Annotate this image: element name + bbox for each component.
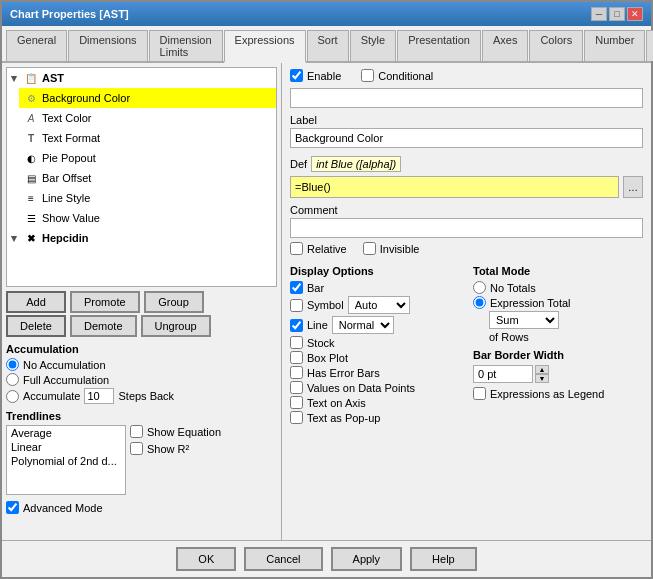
tab-colors[interactable]: Colors: [529, 30, 583, 61]
comment-box[interactable]: [290, 218, 643, 238]
tab-general[interactable]: General: [6, 30, 67, 61]
tree-item-text-color[interactable]: A Text Color: [19, 108, 276, 128]
tree-item-line-style[interactable]: ≡ Line Style: [19, 188, 276, 208]
values-on-data-points-checkbox[interactable]: [290, 381, 303, 394]
full-accumulation-radio[interactable]: [6, 373, 19, 386]
sum-row: Sum Average Count: [489, 311, 643, 329]
tree-item-label-line-style: Line Style: [42, 192, 90, 204]
stock-row: Stock: [290, 336, 465, 349]
expression-box[interactable]: =Blue(): [290, 176, 619, 198]
minimize-button[interactable]: ─: [591, 7, 607, 21]
tree-item-background-color[interactable]: ⚙ Background Color: [19, 88, 276, 108]
text-as-popup-checkbox[interactable]: [290, 411, 303, 424]
spin-up-button[interactable]: ▲: [535, 365, 549, 374]
promote-button[interactable]: Promote: [70, 291, 140, 313]
two-col-section: Display Options Bar Symbol Auto Circle S…: [290, 265, 643, 426]
relative-checkbox[interactable]: [290, 242, 303, 255]
trendlines-section: Trendlines Average Linear Polynomial of …: [6, 410, 277, 495]
show-equation-checkbox[interactable]: [130, 425, 143, 438]
expressions-as-legend-checkbox[interactable]: [473, 387, 486, 400]
sum-select[interactable]: Sum Average Count: [489, 311, 559, 329]
stock-label: Stock: [307, 337, 335, 349]
tab-axes[interactable]: Axes: [482, 30, 528, 61]
tree-item-hepcidin[interactable]: ▾ ✖ Hepcidin: [7, 228, 276, 248]
trendlines-label: Trendlines: [6, 410, 277, 422]
tree-item-label-pie-popout: Pie Popout: [42, 152, 96, 164]
enable-label: Enable: [307, 70, 341, 82]
symbol-select[interactable]: Auto Circle Square: [348, 296, 410, 314]
expression-expand-button[interactable]: …: [623, 176, 643, 198]
add-button[interactable]: Add: [6, 291, 66, 313]
line-checkbox[interactable]: [290, 319, 303, 332]
right-options: Total Mode No Totals Expression Total Su…: [473, 265, 643, 426]
text-on-axis-checkbox[interactable]: [290, 396, 303, 409]
enable-checkbox[interactable]: [290, 69, 303, 82]
tree-item-bar-offset[interactable]: ▤ Bar Offset: [19, 168, 276, 188]
maximize-button[interactable]: □: [609, 7, 625, 21]
line-select[interactable]: Normal Thin Bold: [332, 316, 394, 334]
bar-offset-icon: ▤: [23, 170, 39, 186]
values-on-data-points-label: Values on Data Points: [307, 382, 415, 394]
label-input[interactable]: [290, 128, 643, 148]
accumulate-radio[interactable]: [6, 390, 19, 403]
conditional-checkbox[interactable]: [361, 69, 374, 82]
no-totals-radio[interactable]: [473, 281, 486, 294]
tree-item-show-value[interactable]: ☰ Show Value: [19, 208, 276, 228]
tree-item-pie-popout[interactable]: ◐ Pie Popout: [19, 148, 276, 168]
background-color-icon: ⚙: [23, 90, 39, 106]
delete-button[interactable]: Delete: [6, 315, 66, 337]
box-plot-checkbox[interactable]: [290, 351, 303, 364]
tab-sort[interactable]: Sort: [307, 30, 349, 61]
trendline-linear[interactable]: Linear: [7, 440, 125, 454]
close-button[interactable]: ✕: [627, 7, 643, 21]
no-accumulation-radio[interactable]: [6, 358, 19, 371]
tree-root-label: AST: [42, 72, 64, 84]
steps-input[interactable]: [84, 388, 114, 404]
tab-font[interactable]: Font: [646, 30, 653, 61]
expression-row: =Blue() …: [290, 176, 643, 198]
show-r2-checkbox[interactable]: [130, 442, 143, 455]
main-content: ▾ 📋 AST ⚙ Background Color A Text Color …: [2, 63, 651, 540]
top-field-box[interactable]: [290, 88, 643, 108]
bar-border-section: Bar Border Width ▲ ▼: [473, 349, 643, 383]
stock-checkbox[interactable]: [290, 336, 303, 349]
expression-total-radio[interactable]: [473, 296, 486, 309]
apply-button[interactable]: Apply: [331, 547, 403, 571]
tree-item-label-background-color: Background Color: [42, 92, 130, 104]
bar-label: Bar: [307, 282, 324, 294]
bar-border-input[interactable]: [473, 365, 533, 383]
expressions-as-legend-row: Expressions as Legend: [473, 387, 643, 400]
conditional-row: Conditional: [361, 69, 433, 82]
ok-button[interactable]: OK: [176, 547, 236, 571]
definition-label: Def: [290, 158, 307, 170]
trendline-polynomial[interactable]: Polynomial of 2nd d...: [7, 454, 125, 468]
bar-checkbox[interactable]: [290, 281, 303, 294]
has-error-bars-checkbox[interactable]: [290, 366, 303, 379]
show-r2-label: Show R²: [147, 443, 189, 455]
tab-number[interactable]: Number: [584, 30, 645, 61]
symbol-checkbox[interactable]: [290, 299, 303, 312]
bar-border-label: Bar Border Width: [473, 349, 643, 361]
demote-button[interactable]: Demote: [70, 315, 137, 337]
ungroup-button[interactable]: Ungroup: [141, 315, 211, 337]
bar-border-input-row: ▲ ▼: [473, 365, 643, 383]
tab-dimensions[interactable]: Dimensions: [68, 30, 147, 61]
title-bar: Chart Properties [AST] ─ □ ✕: [2, 2, 651, 26]
help-button[interactable]: Help: [410, 547, 477, 571]
group-button[interactable]: Group: [144, 291, 204, 313]
invisible-checkbox[interactable]: [363, 242, 376, 255]
spin-down-button[interactable]: ▼: [535, 374, 549, 383]
no-totals-label: No Totals: [490, 282, 536, 294]
cancel-button[interactable]: Cancel: [244, 547, 322, 571]
advanced-mode-checkbox[interactable]: [6, 501, 19, 514]
tab-presentation[interactable]: Presentation: [397, 30, 481, 61]
tree-container[interactable]: ▾ 📋 AST ⚙ Background Color A Text Color …: [6, 67, 277, 287]
trendline-average[interactable]: Average: [7, 426, 125, 440]
tree-root[interactable]: ▾ 📋 AST: [7, 68, 276, 88]
tab-dimension-limits[interactable]: Dimension Limits: [149, 30, 223, 61]
tab-expressions[interactable]: Expressions: [224, 30, 306, 63]
trendlines-list[interactable]: Average Linear Polynomial of 2nd d...: [6, 425, 126, 495]
bar-row: Bar: [290, 281, 465, 294]
tree-item-text-format[interactable]: T Text Format: [19, 128, 276, 148]
tab-style[interactable]: Style: [350, 30, 396, 61]
